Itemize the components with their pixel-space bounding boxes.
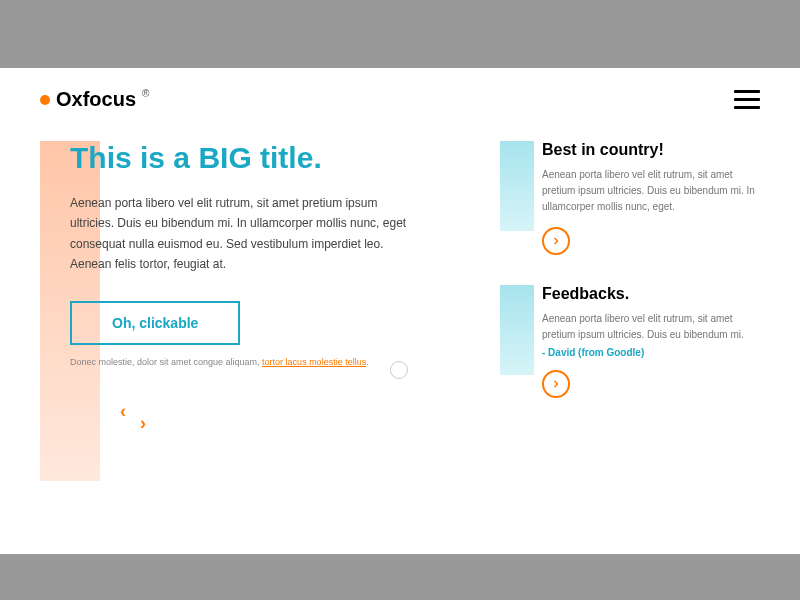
card-author: - David (from Goodle)	[542, 347, 760, 358]
card-next-button[interactable]	[542, 370, 570, 398]
menu-button[interactable]	[734, 90, 760, 109]
hero-title: This is a BIG title.	[70, 141, 450, 175]
logo-text: Oxfocus	[56, 88, 136, 111]
card-title: Feedbacks.	[542, 285, 760, 303]
chevron-right-icon	[550, 378, 562, 390]
hamburger-line-icon	[734, 90, 760, 93]
card-accent-image	[500, 285, 534, 375]
logo[interactable]: Oxfocus ®	[40, 88, 149, 111]
carousel-pager: ‹ ›	[70, 407, 450, 428]
card-body: Aenean porta libero vel elit rutrum, sit…	[542, 167, 760, 215]
card-next-button[interactable]	[542, 227, 570, 255]
prev-arrow-icon[interactable]: ‹	[120, 401, 126, 422]
card-accent-image	[500, 141, 534, 231]
footnote-text: Donec molestie, dolor sit amet congue al…	[70, 357, 262, 367]
card-title: Best in country!	[542, 141, 760, 159]
hamburger-line-icon	[734, 106, 760, 109]
card-best-in-country: Best in country! Aenean porta libero vel…	[500, 141, 760, 255]
logo-registered: ®	[142, 88, 149, 99]
cta-button[interactable]: Oh, clickable	[70, 301, 240, 345]
card-body: Aenean porta libero vel elit rutrum, sit…	[542, 311, 760, 343]
footnote-link[interactable]: tortor lacus molestie tellus	[262, 357, 366, 367]
next-arrow-icon[interactable]: ›	[140, 413, 146, 434]
hero-body: Aenean porta libero vel elit rutrum, sit…	[70, 193, 410, 275]
logo-dot-icon	[40, 95, 50, 105]
hamburger-line-icon	[734, 98, 760, 101]
hero-footnote: Donec molestie, dolor sit amet congue al…	[70, 357, 450, 367]
card-feedbacks: Feedbacks. Aenean porta libero vel elit …	[500, 285, 760, 398]
chevron-right-icon	[550, 235, 562, 247]
